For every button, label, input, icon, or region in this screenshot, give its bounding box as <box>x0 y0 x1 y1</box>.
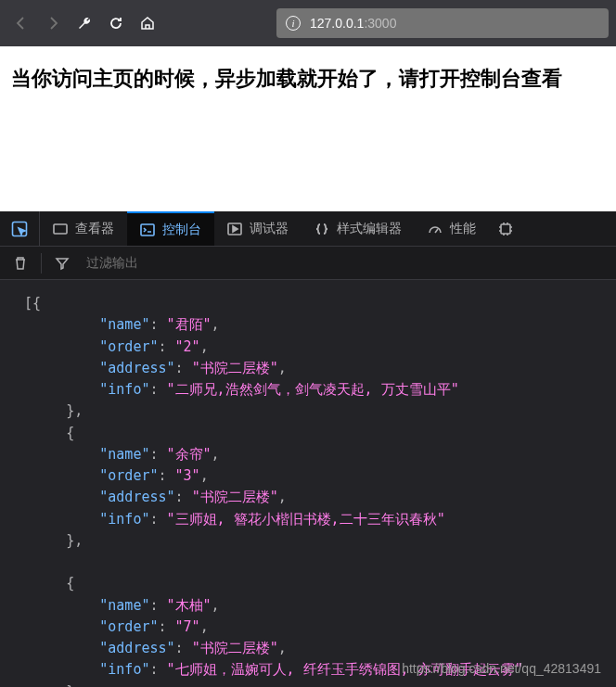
tab-style-editor-label: 样式编辑器 <box>337 221 402 237</box>
funnel-icon <box>55 256 70 271</box>
home-icon <box>140 16 155 31</box>
console-output[interactable]: [{ "name": "君陌", "order": "2", "address"… <box>0 280 616 687</box>
tab-inspector-label: 查看器 <box>75 221 114 237</box>
console-json-output: [{ "name": "君陌", "order": "2", "address"… <box>24 293 607 687</box>
debugger-icon <box>227 222 242 236</box>
inspector-icon <box>53 222 68 236</box>
element-picker-button[interactable] <box>0 211 40 246</box>
trash-icon <box>13 256 28 271</box>
svg-rect-1 <box>54 224 67 234</box>
watermark: https://blog.csdn.net/qq_42813491 <box>402 659 601 680</box>
url-port: :3000 <box>364 16 396 31</box>
reload-button[interactable] <box>102 9 130 37</box>
memory-icon <box>498 222 513 236</box>
wrench-button[interactable] <box>71 9 98 37</box>
tab-performance-label: 性能 <box>450 221 476 237</box>
console-filter-bar: 过滤输出 <box>0 247 616 280</box>
arrow-left-icon <box>14 16 29 31</box>
performance-icon <box>428 222 443 236</box>
tab-style-editor[interactable]: 样式编辑器 <box>302 211 415 246</box>
back-button[interactable] <box>7 9 35 37</box>
wrench-icon <box>77 16 92 31</box>
tab-debugger-label: 调试器 <box>250 221 289 237</box>
browser-toolbar: i 127.0.0.1:3000 <box>0 0 616 46</box>
tab-performance[interactable]: 性能 <box>415 211 489 246</box>
filter-placeholder[interactable]: 过滤输出 <box>86 255 138 272</box>
style-editor-icon <box>314 222 329 236</box>
url-host: 127.0.0.1 <box>310 16 364 31</box>
console-icon <box>140 223 155 237</box>
tab-console[interactable]: 控制台 <box>127 211 214 246</box>
separator <box>41 253 42 274</box>
tab-console-label: 控制台 <box>162 222 201 238</box>
arrow-right-icon <box>45 16 60 31</box>
devtools-tabs: 查看器 控制台 调试器 样式编辑器 性能 <box>0 211 616 247</box>
tab-debugger[interactable]: 调试器 <box>214 211 302 246</box>
clear-console-button[interactable] <box>7 250 33 276</box>
page-heading: 当你访问主页的时候，异步加载就开始了，请打开控制台查看 <box>11 65 605 93</box>
info-icon: i <box>286 16 301 31</box>
tab-more[interactable] <box>489 211 522 246</box>
svg-rect-2 <box>141 224 154 235</box>
devtools-panel: 查看器 控制台 调试器 样式编辑器 性能 过滤输出 <box>0 211 616 687</box>
reload-icon <box>109 16 123 31</box>
url-bar[interactable]: i 127.0.0.1:3000 <box>276 8 609 38</box>
tab-inspector[interactable]: 查看器 <box>40 211 127 246</box>
filter-button[interactable] <box>49 250 75 276</box>
home-button[interactable] <box>134 9 161 37</box>
page-content: 当你访问主页的时候，异步加载就开始了，请打开控制台查看 <box>0 46 616 211</box>
svg-rect-4 <box>501 224 510 234</box>
forward-button[interactable] <box>39 9 67 37</box>
picker-icon <box>11 221 28 237</box>
